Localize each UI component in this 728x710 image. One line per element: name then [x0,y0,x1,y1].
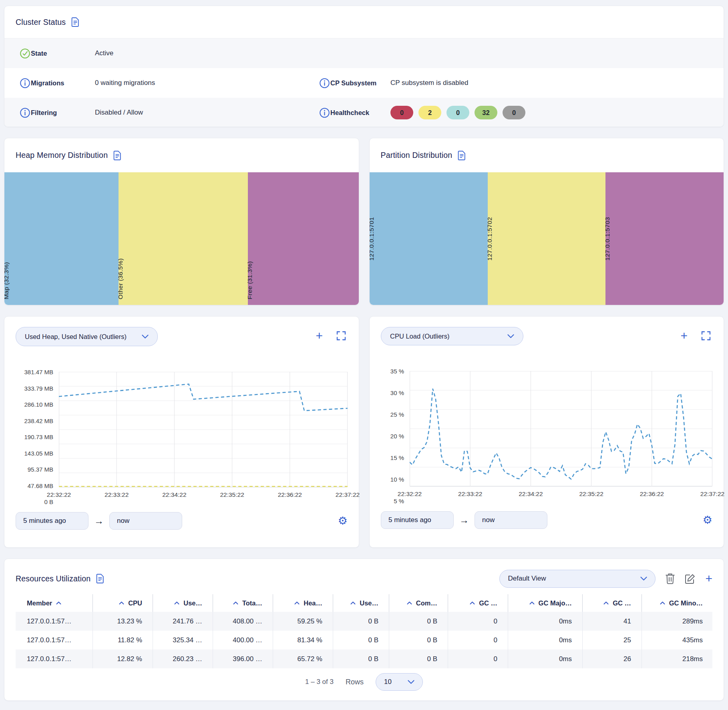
view-selector-label: Default View [508,575,546,583]
time-from-input[interactable]: 5 minutes ago [16,512,88,530]
gear-icon[interactable]: ⚙ [338,516,348,526]
edit-view-icon[interactable] [685,573,696,584]
partition-distribution-card: Partition Distribution 127.0.0.1:5701127… [369,138,724,305]
sort-caret-icon [470,601,475,605]
view-selector-dropdown[interactable]: Default View [499,570,656,588]
column-header[interactable]: Hea… [273,594,333,612]
column-header[interactable]: CPU [93,594,153,612]
column-header[interactable]: Use… [333,594,389,612]
distribution-segment: 127.0.0.1:5702 [488,172,606,305]
add-chart-icon[interactable]: + [680,331,688,340]
table-cell: 0 B [333,612,389,631]
fullscreen-icon[interactable] [701,331,711,341]
column-header[interactable]: Use… [153,594,213,612]
sort-caret-icon [233,601,238,605]
column-header[interactable]: Com… [389,594,448,612]
column-header-label: GC Mino… [669,599,703,607]
table-cell: 0ms [508,612,582,631]
docs-icon[interactable] [458,151,466,160]
sort-caret-icon [660,601,665,605]
x-axis-label: 22:37:22 [700,490,724,498]
y-axis-label: 333.79 MB [24,385,53,391]
column-header[interactable]: GC … [582,594,642,612]
filtering-label: Filtering [31,109,95,117]
docs-icon[interactable] [96,574,104,583]
column-header-label: Com… [416,599,437,607]
y-axis-label: 47.68 MB [28,482,53,489]
metric-selector-label: CPU Load (Outliers) [390,333,450,340]
memory-chart-card: Used Heap, Used Native (Outliers) + 381.… [4,316,359,548]
line-chart-canvas [410,371,712,486]
healthcheck-badge-yellow[interactable]: 2 [418,106,441,119]
info-icon[interactable] [319,107,330,118]
table-cell: 127.0.0.1:57… [16,649,93,668]
delete-view-icon[interactable] [665,573,675,584]
column-header[interactable]: GC … [448,594,508,612]
table-cell: 396.00 … [213,649,273,668]
x-axis-label: 22:37:22 [336,491,360,498]
table-cell: 26 [582,649,642,668]
fullscreen-icon[interactable] [336,331,346,341]
filtering-healthcheck-row: Filtering Disabled / Allow Healthcheck 0… [4,98,724,127]
memory-chart-y-axis: 381.47 MB333.79 MB286.10 MB238.42 MB190.… [16,372,59,502]
arrow-right-icon: → [94,515,104,526]
partition-distribution-header: Partition Distribution [370,138,724,172]
gear-icon[interactable]: ⚙ [703,515,712,526]
series-used-heap [59,384,348,411]
add-chart-icon[interactable]: + [316,331,323,340]
time-to-input[interactable]: now [475,511,547,529]
info-icon[interactable] [20,78,31,89]
charts-row: Used Heap, Used Native (Outliers) + 381.… [4,316,724,548]
column-header[interactable]: Member [16,594,93,612]
pagination-range: 1 – 3 of 3 [305,678,334,686]
docs-icon[interactable] [113,151,121,160]
memory-chart-header: Used Heap, Used Native (Outliers) + [16,327,348,346]
line-chart-canvas [59,372,348,487]
table-cell: 0 B [389,649,448,668]
rows-per-page-dropdown[interactable]: 10 [376,673,423,691]
metric-selector-dropdown[interactable]: CPU Load (Outliers) [381,327,523,345]
time-from-input[interactable]: 5 minutes ago [381,511,454,529]
docs-icon[interactable] [71,17,79,27]
y-axis-label: 190.73 MB [24,434,53,440]
add-view-icon[interactable]: + [705,574,712,583]
table-cell: 81.34 % [273,631,333,649]
table-cell: 0ms [508,649,582,668]
table-cell: 0 [448,612,508,631]
table-row[interactable]: 127.0.0.1:57…13.23 %241.76 …408.00 …59.2… [16,612,712,631]
chevron-down-icon [142,335,149,339]
info-icon[interactable] [319,78,330,89]
y-axis-label: 20 % [390,433,404,440]
column-header[interactable]: GC Majo… [508,594,582,612]
column-header[interactable]: GC Mino… [642,594,713,612]
table-row[interactable]: 127.0.0.1:57…11.82 %325.34 …400.00 …81.3… [16,631,712,649]
healthcheck-badge-green[interactable]: 32 [475,106,497,119]
memory-chart-x-axis: 22:32:2222:33:2222:34:2222:35:2222:36:22… [59,487,348,502]
healthcheck-badge-gray[interactable]: 0 [503,106,525,119]
resources-table-header: MemberCPUUse…Tota…Hea…Use…Com…GC …GC Maj… [16,594,712,612]
table-cell: 0ms [508,631,582,649]
column-header-label: Use… [183,599,202,607]
table-cell: 289ms [642,612,713,631]
table-row[interactable]: 127.0.0.1:57…12.82 %260.23 …396.00 …65.7… [16,649,712,668]
time-to-input[interactable]: now [109,512,182,530]
column-header-label: Use… [360,599,378,607]
chevron-down-icon [507,334,514,339]
dashboard-page: Cluster Status State Active Migrations 0… [0,0,728,701]
table-cell: 325.34 … [153,631,213,649]
state-value: Active [95,49,319,57]
check-circle-icon [20,48,31,59]
metric-selector-dropdown[interactable]: Used Heap, Used Native (Outliers) [16,327,158,346]
healthcheck-badge-teal[interactable]: 0 [446,106,469,119]
heap-distribution-bar: Map (32.3%)Other (36.5%)Free (31.3%) [4,172,359,305]
x-axis-label: 22:36:22 [278,491,302,498]
healthcheck-badge-red[interactable]: 0 [390,106,413,119]
heap-distribution-title: Heap Memory Distribution [16,151,108,160]
cpu-chart-x-axis: 22:32:2222:33:2222:34:2222:35:2222:36:22… [410,486,712,501]
column-header-label: Member [27,599,52,607]
y-axis-label: 5 % [394,498,404,504]
column-header[interactable]: Tota… [213,594,273,612]
segment-label: Map (32.3%) [4,262,10,299]
sort-caret-icon [407,601,412,605]
info-icon[interactable] [20,107,31,118]
